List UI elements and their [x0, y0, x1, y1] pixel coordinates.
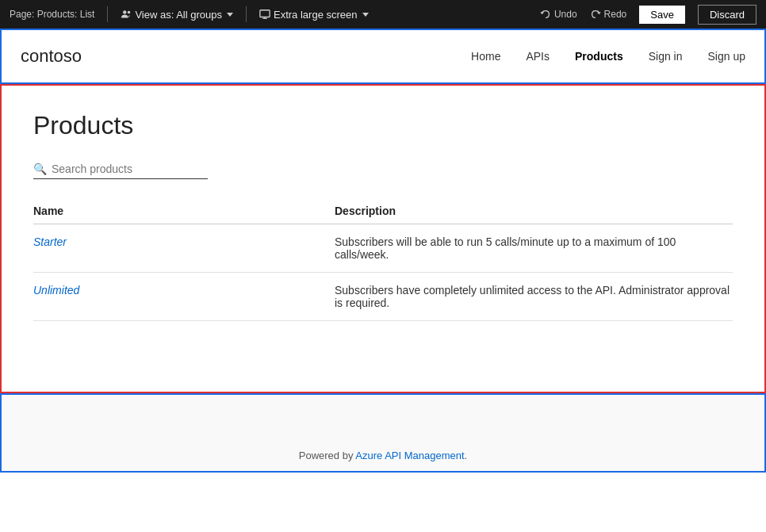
nav-signup[interactable]: Sign up [708, 50, 745, 63]
redo-icon [590, 9, 601, 20]
footer-text: Powered by Azure API Management. [299, 450, 467, 461]
toolbar-divider [107, 6, 108, 22]
main-content: Products 🔍 Name Description StarterSubsc… [0, 84, 766, 393]
undo-label: Undo [554, 9, 577, 20]
toolbar-divider2 [246, 6, 247, 22]
col-name-header: Name [33, 205, 335, 224]
site-logo: contoso [21, 46, 471, 67]
discard-button[interactable]: Discard [698, 5, 756, 25]
product-link[interactable]: Starter [33, 235, 67, 248]
screen-chevron [362, 13, 369, 17]
product-name-cell: Starter [33, 224, 335, 273]
svg-point-1 [128, 11, 131, 14]
nav-products[interactable]: Products [575, 50, 623, 63]
table-row: UnlimitedSubscribers have completely unl… [33, 273, 733, 321]
screen-size-label: Extra large screen [274, 9, 358, 21]
screen-size-selector[interactable]: Extra large screen [259, 9, 369, 21]
users-icon [121, 9, 132, 20]
undo-icon [540, 9, 551, 20]
product-description-cell: Subscribers have completely unlimited ac… [335, 273, 733, 321]
svg-point-0 [123, 10, 126, 13]
monitor-icon [259, 9, 270, 20]
nav-home[interactable]: Home [471, 50, 500, 63]
save-button[interactable]: Save [639, 6, 685, 24]
nav-apis[interactable]: APIs [526, 50, 550, 63]
view-as-label: View as: All groups [135, 9, 222, 21]
undo-button[interactable]: Undo [540, 9, 577, 20]
view-as-selector[interactable]: View as: All groups [121, 9, 233, 21]
table-row: StarterSubscribers will be able to run 5… [33, 224, 733, 273]
page-title: Products [33, 111, 733, 140]
footer-text-prefix: Powered by [299, 450, 356, 461]
page-label: Page: Products: List [10, 9, 94, 20]
product-name-cell: Unlimited [33, 273, 335, 321]
search-input[interactable] [52, 163, 194, 175]
svg-rect-2 [260, 10, 270, 17]
footer: Powered by Azure API Management. [0, 393, 766, 473]
search-icon: 🔍 [33, 163, 47, 175]
navbar-links: Home APIs Products Sign in Sign up [471, 50, 745, 63]
products-table: Name Description StarterSubscribers will… [33, 205, 733, 321]
toolbar: Page: Products: List View as: All groups… [0, 0, 766, 29]
search-container: 🔍 [33, 163, 208, 179]
redo-button[interactable]: Redo [590, 9, 627, 20]
footer-text-end: . [465, 450, 468, 461]
product-description-cell: Subscribers will be able to run 5 calls/… [335, 224, 733, 273]
col-description-header: Description [335, 205, 733, 224]
view-as-chevron [227, 13, 233, 17]
redo-label: Redo [604, 9, 627, 20]
navbar: contoso Home APIs Products Sign in Sign … [0, 29, 766, 84]
footer-link[interactable]: Azure API Management [355, 450, 464, 461]
product-link[interactable]: Unlimited [33, 284, 79, 297]
nav-signin[interactable]: Sign in [649, 50, 683, 63]
